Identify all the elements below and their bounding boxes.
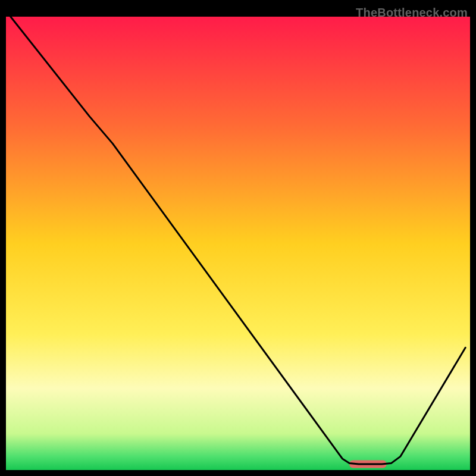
bottleneck-chart (6, 17, 470, 470)
gradient-background (6, 17, 470, 470)
plot-area (6, 17, 470, 470)
chart-frame: TheBottleneck.com (6, 6, 470, 470)
